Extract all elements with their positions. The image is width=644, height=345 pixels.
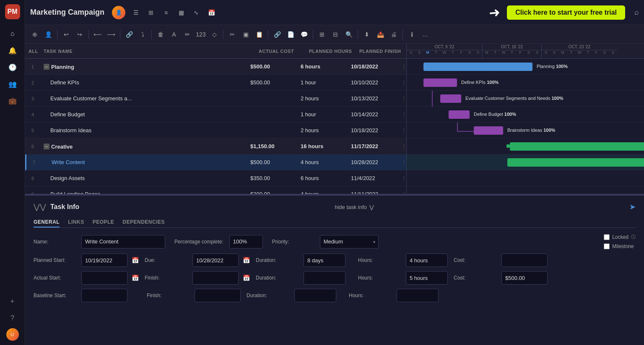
table-row[interactable]: 2 Define KPIs $500.00 1 hour 10/10/2022 … xyxy=(25,75,406,91)
topbar-chart-view[interactable]: ⊞ xyxy=(145,6,157,19)
add-task-button[interactable]: ⊕ xyxy=(29,28,41,41)
font-button[interactable]: A xyxy=(168,28,180,41)
table-row[interactable]: 4 Define Budget 1 hour 10/14/2022 ⋮ xyxy=(25,107,406,123)
milestone-checkbox-label[interactable]: Milestone xyxy=(604,243,634,249)
table-row[interactable]: 7 Write Content $500.00 4 hours 10/28/20… xyxy=(25,154,406,170)
tab-people[interactable]: PEOPLE xyxy=(93,217,114,227)
col-task-name[interactable]: TASK NAME xyxy=(40,49,255,54)
topbar-list-view[interactable]: ☰ xyxy=(130,6,142,19)
row-dots[interactable]: ⋮ xyxy=(398,143,406,149)
gantt-bar-brainstorm[interactable] xyxy=(474,126,503,135)
doc-button[interactable]: 📄 xyxy=(284,28,297,41)
topbar-table-view[interactable]: ▦ xyxy=(175,6,187,19)
actual-cost-input[interactable] xyxy=(501,271,548,285)
baseline-duration-input[interactable] xyxy=(294,289,336,302)
tab-dependencies[interactable]: DEPENDENCIES xyxy=(122,217,165,227)
link-button[interactable]: 🔗 xyxy=(123,28,135,41)
number-button[interactable]: 123 xyxy=(195,28,207,41)
sidebar-item-add[interactable]: + xyxy=(6,295,19,308)
redo-button[interactable]: ↪ xyxy=(73,28,86,41)
due-input[interactable] xyxy=(192,254,239,267)
locked-checkbox-label[interactable]: Locked ⓘ xyxy=(604,234,636,240)
topbar-stats-view[interactable]: ∿ xyxy=(190,6,203,19)
gantt-bar-eval-cust[interactable] xyxy=(440,94,461,103)
tab-links[interactable]: LINKS xyxy=(68,217,84,227)
app-logo[interactable]: PM xyxy=(5,4,20,19)
gantt-bar-define-kpis[interactable] xyxy=(423,78,457,87)
gantt-bar-planning[interactable] xyxy=(423,63,532,71)
actual-finish-input[interactable] xyxy=(192,271,239,285)
table-view-button[interactable]: ⊟ xyxy=(329,28,342,41)
indent-button[interactable]: ⟶ xyxy=(105,28,117,41)
actual-duration-input[interactable] xyxy=(304,271,345,285)
actual-hours-input[interactable] xyxy=(406,271,448,285)
tab-general[interactable]: GENERAL xyxy=(34,217,60,227)
cut-button[interactable]: ✂ xyxy=(226,28,239,41)
actual-finish-cal-icon[interactable]: 📅 xyxy=(243,274,250,281)
info-button[interactable]: ℹ xyxy=(405,28,418,41)
export-button[interactable]: ⬇ xyxy=(361,28,373,41)
comment-button[interactable]: 💬 xyxy=(298,28,310,41)
topbar-calendar-view[interactable]: 📅 xyxy=(205,6,218,19)
row-dots[interactable]: ⋮ xyxy=(398,95,406,102)
table-row[interactable]: 1 − Planning $500.00 6 hours 10/18/2022 … xyxy=(25,59,406,75)
hide-task-info-button[interactable]: hide task info ⋁ xyxy=(335,204,374,210)
row-dots[interactable]: ⋮ xyxy=(398,111,406,118)
send-icon[interactable]: ➤ xyxy=(629,202,636,212)
sidebar-item-clock[interactable]: 🕐 xyxy=(6,60,19,74)
more-button[interactable]: … xyxy=(419,28,431,41)
duration-input[interactable] xyxy=(304,254,345,267)
sidebar-item-help[interactable]: ? xyxy=(6,311,19,325)
milestone-checkbox[interactable] xyxy=(604,243,610,249)
notes-button[interactable]: 🔗 xyxy=(271,28,283,41)
table-row[interactable]: 8 Design Assets $350.00 6 hours 11/4/202… xyxy=(25,170,406,186)
row-dots[interactable]: ⋮ xyxy=(398,127,406,133)
collapse-icon[interactable]: − xyxy=(44,144,49,149)
due-cal-icon[interactable]: 📅 xyxy=(243,257,250,264)
sidebar-item-home[interactable]: ⌂ xyxy=(6,27,19,40)
undo-button[interactable]: ↩ xyxy=(60,28,73,41)
collapse-icon[interactable]: − xyxy=(44,64,49,70)
row-dots[interactable]: ⋮ xyxy=(398,191,406,194)
row-dots[interactable]: ⋮ xyxy=(398,79,406,86)
table-row[interactable]: 3 Evaluate Customer Segments a... 2 hour… xyxy=(25,91,406,107)
share-button[interactable]: 📤 xyxy=(374,28,387,41)
zoom-button[interactable]: 🔍 xyxy=(343,28,355,41)
user-avatar-sidebar[interactable]: U xyxy=(6,328,19,341)
priority-select[interactable]: Medium Low High xyxy=(320,235,379,248)
row-dots[interactable]: ⋮ xyxy=(398,63,406,70)
locked-info-icon[interactable]: ⓘ xyxy=(631,234,636,240)
planned-start-cal-icon[interactable]: 📅 xyxy=(132,257,139,264)
print-button[interactable]: 🖨 xyxy=(387,28,400,41)
name-input[interactable] xyxy=(81,235,165,248)
sidebar-item-projects[interactable]: 💼 xyxy=(6,94,19,107)
copy-button[interactable]: ▣ xyxy=(239,28,252,41)
outdent-button[interactable]: ⟵ xyxy=(91,28,104,41)
grid-view-button[interactable]: ⊞ xyxy=(316,28,328,41)
topbar-gantt-view[interactable]: ≡ xyxy=(160,6,172,19)
add-user-button[interactable]: 👤 xyxy=(42,28,55,41)
row-dots[interactable]: ⋮ xyxy=(398,175,406,181)
baseline-hours-input[interactable] xyxy=(397,289,439,302)
table-row[interactable]: 6 − Creative $1,150.00 16 hours 11/17/20… xyxy=(25,139,406,154)
col-planned-finish[interactable]: PLANNED FINISH xyxy=(356,49,406,54)
paste-button[interactable]: 📋 xyxy=(253,28,265,41)
gantt-bar-creative[interactable] xyxy=(510,142,644,151)
actual-start-input[interactable] xyxy=(81,271,127,285)
collapse-icon-left[interactable]: ⋁⋁ xyxy=(34,202,46,212)
unlink-button[interactable]: ⤵ xyxy=(136,28,149,41)
col-planned-hours[interactable]: PLANNED HOURS xyxy=(306,49,356,54)
locked-checkbox[interactable] xyxy=(604,234,610,240)
planned-start-input[interactable] xyxy=(81,254,127,267)
table-row[interactable]: 9 Build Landing Pages $200.00 4 hours 11… xyxy=(25,186,406,194)
baseline-start-input[interactable] xyxy=(81,289,127,302)
sidebar-item-notifications[interactable]: 🔔 xyxy=(6,44,19,57)
row-dots[interactable]: ⋮ xyxy=(398,159,406,165)
search-icon-top[interactable]: ⌕ xyxy=(634,8,639,17)
shape-button[interactable]: ◇ xyxy=(208,28,221,41)
gantt-bar-budget[interactable] xyxy=(449,110,470,119)
delete-button[interactable]: 🗑 xyxy=(154,28,167,41)
cost-input[interactable] xyxy=(501,254,548,267)
sidebar-item-users[interactable]: 👥 xyxy=(6,77,19,91)
table-row[interactable]: 5 Brainstorm Ideas 2 hours 10/18/2022 ⋮ xyxy=(25,123,406,139)
